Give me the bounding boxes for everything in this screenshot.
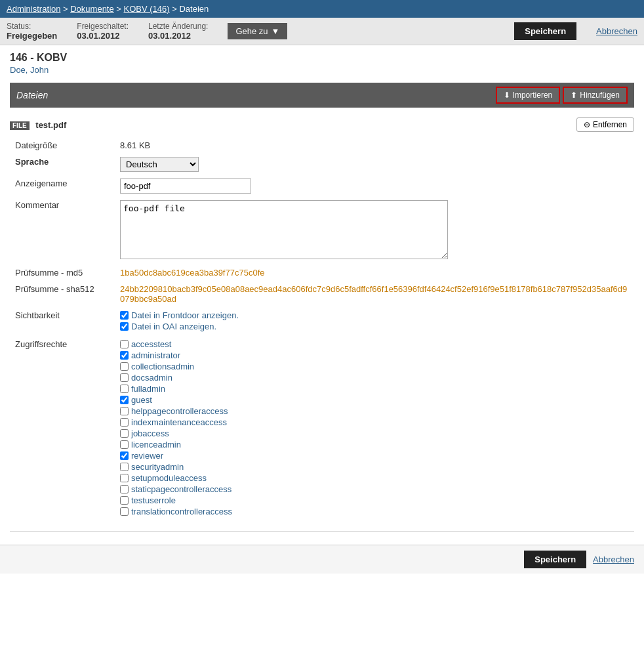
status-bar: Status: Freigegeben Freigeschaltet: 03.0…: [0, 18, 644, 45]
role-item: guest: [120, 395, 629, 405]
sichtbarkeit-label: Sichtbarkeit: [10, 307, 115, 336]
aenderung-label: Letzte Änderung:: [148, 22, 208, 31]
breadcrumb-bar: Administration > Dokumente > KOBV (146) …: [0, 0, 644, 18]
add-label: Hinzufügen: [580, 91, 620, 100]
freigeschaltet-item: Freigeschaltet: 03.01.2012: [77, 22, 129, 41]
role-label-licenceadmin: licenceadmin: [131, 440, 181, 450]
breadcrumb-administration[interactable]: Administration: [7, 4, 60, 14]
anzeigename-cell: [115, 175, 634, 197]
role-checkbox-helppagecontrolleraccess[interactable]: [120, 407, 129, 415]
role-checkbox-licenceadmin[interactable]: [120, 440, 129, 449]
filesize-label: Dateigröße: [10, 137, 115, 154]
frontdoor-checkbox[interactable]: [120, 311, 129, 320]
kommentar-label: Kommentar: [10, 197, 115, 264]
anzeigename-input[interactable]: [120, 178, 251, 194]
sprache-select[interactable]: Deutsch: [120, 157, 199, 172]
remove-button[interactable]: ⊖ Entfernen: [576, 117, 634, 132]
role-checkbox-docsadmin[interactable]: [120, 373, 129, 382]
add-icon: ⬆: [571, 91, 577, 100]
import-button[interactable]: ⬇ Importieren: [496, 87, 561, 104]
md5-value[interactable]: 1ba50dc8abc619cea3ba39f77c75c0fe: [120, 268, 264, 278]
role-item: accesstest: [120, 339, 629, 349]
cancel-button-top[interactable]: Abbrechen: [596, 26, 637, 36]
md5-cell: 1ba50dc8abc619cea3ba39f77c75c0fe: [115, 264, 634, 281]
file-name: test.pdf: [35, 120, 66, 130]
role-checkbox-collectionsadmin[interactable]: [120, 362, 129, 371]
role-checkbox-fulladmin[interactable]: [120, 385, 129, 393]
role-checkbox-securityadmin[interactable]: [120, 463, 129, 471]
role-checkbox-staticpagecontrolleraccess[interactable]: [120, 485, 129, 493]
file-entry: FILE test.pdf ⊖ Entfernen Dateigröße 8.6…: [10, 114, 634, 524]
md5-row: Prüfsumme - md5 1ba50dc8abc619cea3ba39f7…: [10, 264, 634, 281]
document-author: Doe, John: [10, 65, 634, 75]
role-item: helppagecontrolleraccess: [120, 406, 629, 416]
add-button[interactable]: ⬆ Hinzufügen: [563, 87, 628, 104]
role-checkbox-accesstest[interactable]: [120, 340, 129, 348]
anzeigename-row: Anzeigename: [10, 175, 634, 197]
zugriffsrechte-cell: accesstestadministratorcollectionsadmind…: [115, 336, 634, 521]
role-item: collectionsadmin: [120, 362, 629, 371]
import-icon: ⬇: [504, 91, 510, 100]
import-label: Importieren: [513, 91, 553, 100]
zugriffsrechte-row: Zugriffsrechte accesstestadministratorco…: [10, 336, 634, 521]
role-label-testuserrole: testuserrole: [131, 495, 176, 505]
status-value: Freigegeben: [7, 31, 57, 41]
role-label-administrator: administrator: [131, 350, 180, 360]
kommentar-textarea[interactable]: foo-pdf file: [120, 200, 448, 259]
file-header: FILE test.pdf ⊖ Entfernen: [10, 117, 634, 132]
sha512-value[interactable]: 24bb2209810bacb3f9c05e08a08aec9ead4ac606…: [120, 284, 627, 304]
save-button-top[interactable]: Speichern: [514, 22, 576, 40]
goto-button[interactable]: Gehe zu ▼: [228, 23, 287, 39]
aenderung-item: Letzte Änderung: 03.01.2012: [148, 22, 208, 41]
role-item: fulladmin: [120, 384, 629, 394]
role-checkbox-setupmoduleaccess[interactable]: [120, 474, 129, 482]
document-title: 146 - KOBV: [10, 52, 634, 64]
role-label-fulladmin: fulladmin: [131, 384, 165, 394]
breadcrumb-dokumente[interactable]: Dokumente: [70, 4, 113, 14]
oai-checkbox[interactable]: [120, 322, 129, 331]
file-form-table: Dateigröße 8.61 KB Sprache Deutsch Anzei…: [10, 137, 634, 521]
anzeigename-label: Anzeigename: [10, 175, 115, 197]
sprache-row: Sprache Deutsch: [10, 154, 634, 175]
role-checkbox-translationcontrolleraccess[interactable]: [120, 507, 129, 516]
frontdoor-label: Datei in Frontdoor anzeigen.: [131, 310, 239, 320]
save-button-bottom[interactable]: Speichern: [524, 551, 586, 568]
role-checkbox-jobaccess[interactable]: [120, 429, 129, 438]
status-item: Status: Freigegeben: [7, 22, 57, 41]
breadcrumb-dateien: Dateien: [179, 4, 209, 14]
role-label-docsadmin: docsadmin: [131, 373, 172, 383]
cancel-button-bottom[interactable]: Abbrechen: [593, 555, 634, 564]
role-checkbox-reviewer[interactable]: [120, 451, 129, 460]
role-label-guest: guest: [131, 395, 152, 405]
sprache-cell: Deutsch: [115, 154, 634, 175]
role-label-jobaccess: jobaccess: [131, 429, 169, 438]
role-checkbox-guest[interactable]: [120, 396, 129, 404]
sichtbarkeit-row: Sichtbarkeit Datei in Frontdoor anzeigen…: [10, 307, 634, 336]
role-label-translationcontrolleraccess: translationcontrolleraccess: [131, 507, 232, 516]
filesize-value: 8.61 KB: [115, 137, 634, 154]
freigeschaltet-value: 03.01.2012: [77, 31, 129, 41]
md5-label: Prüfsumme - md5: [10, 264, 115, 281]
role-checkbox-indexmaintenanceaccess[interactable]: [120, 418, 129, 427]
role-item: administrator: [120, 350, 629, 360]
role-item: staticpagecontrolleraccess: [120, 484, 629, 494]
role-checkbox-administrator[interactable]: [120, 351, 129, 360]
role-label-setupmoduleaccess: setupmoduleaccess: [131, 473, 207, 483]
zugriffsrechte-label: Zugriffsrechte: [10, 336, 115, 521]
breadcrumb-kobv[interactable]: KOBV (146): [124, 4, 170, 14]
remove-label: Entfernen: [593, 120, 627, 129]
file-badge: FILE: [10, 121, 30, 130]
breadcrumb-sep2: >: [116, 4, 123, 14]
role-label-accesstest: accesstest: [131, 339, 171, 349]
role-label-collectionsadmin: collectionsadmin: [131, 362, 194, 371]
divider: [10, 531, 634, 532]
dropdown-icon: ▼: [272, 26, 280, 36]
bottom-bar: Speichern Abbrechen: [0, 545, 644, 574]
kommentar-cell: foo-pdf file: [115, 197, 634, 264]
section-header: Dateien ⬇ Importieren ⬆ Hinzufügen: [10, 83, 634, 108]
role-item: licenceadmin: [120, 440, 629, 450]
status-label: Status:: [7, 22, 57, 31]
role-item: docsadmin: [120, 373, 629, 383]
remove-icon: ⊖: [584, 120, 590, 129]
role-checkbox-testuserrole[interactable]: [120, 496, 129, 505]
